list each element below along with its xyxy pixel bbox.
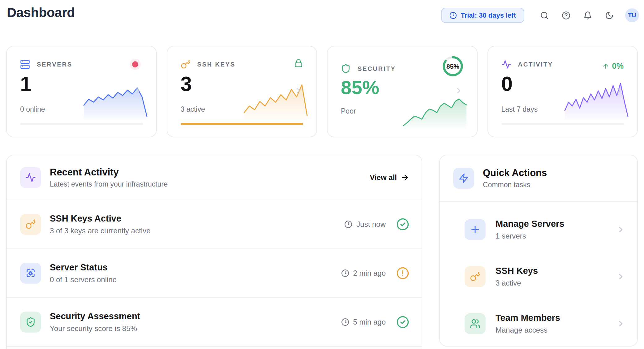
chevron-right-icon	[294, 86, 303, 95]
success-status-icon	[396, 316, 409, 329]
clock-icon	[341, 318, 349, 326]
activity-trend: 0%	[602, 61, 624, 71]
stat-cards-row: SERVERS 1 0 online SSH KEYS 3 3 act	[6, 46, 638, 137]
quick-action-subtitle: Manage access	[496, 326, 560, 334]
quick-actions-panel: Quick Actions Common tasks Manage Server…	[439, 155, 638, 347]
moon-icon	[605, 11, 614, 20]
security-card-label: SECURITY	[358, 65, 396, 72]
row-subtitle: 0 of 1 servers online	[50, 275, 117, 284]
ssh-keys-count: 3	[181, 71, 192, 97]
servers-progress-track	[20, 123, 143, 125]
security-score: 85%	[341, 75, 379, 100]
clock-icon	[449, 12, 457, 19]
ring-value-label: 85%	[446, 63, 459, 70]
trial-badge[interactable]: Trial: 30 days left	[441, 8, 524, 23]
chevron-right-icon	[616, 272, 625, 281]
ssh-keys-subtext: 3 active	[181, 105, 205, 114]
activity-subtext: Last 7 days	[501, 105, 538, 114]
shield-icon	[341, 64, 351, 74]
clock-icon	[341, 269, 349, 277]
success-status-icon	[396, 218, 409, 231]
help-icon	[562, 11, 570, 20]
search-icon	[540, 11, 549, 20]
quick-action-manage-servers[interactable]: Manage Servers 1 servers	[440, 206, 637, 253]
trial-badge-label: Trial: 30 days left	[461, 11, 516, 19]
activity-progress-track	[501, 123, 624, 125]
servers-subtext: 0 online	[20, 105, 45, 114]
quick-actions-header: Quick Actions Common tasks	[440, 155, 637, 202]
row-title: Server Status	[50, 262, 117, 273]
quick-action-ssh-keys[interactable]: SSH Keys 3 active	[440, 253, 637, 300]
clock-icon	[344, 220, 352, 228]
activity-row-server-status[interactable]: Server Status 0 of 1 servers online 2 mi…	[7, 249, 422, 298]
activity-card[interactable]: ACTIVITY 0% 0 Last 7 days	[487, 46, 638, 137]
arrow-up-icon	[602, 62, 609, 70]
row-subtitle: 3 of 3 keys are currently active	[50, 226, 150, 235]
quick-action-subtitle: 3 active	[496, 279, 538, 287]
ssh-keys-card-label: SSH KEYS	[197, 61, 236, 68]
help-button[interactable]	[559, 8, 573, 23]
servers-card[interactable]: SERVERS 1 0 online	[6, 46, 157, 137]
lightning-icon	[453, 168, 474, 189]
activity-row-ssh-keys[interactable]: SSH Keys Active 3 of 3 keys are currentl…	[7, 200, 422, 249]
quick-action-subtitle: 1 servers	[496, 232, 564, 240]
key-icon	[181, 59, 191, 69]
chevron-right-icon	[614, 86, 624, 95]
key-icon	[465, 266, 486, 287]
activity-count: 0	[501, 71, 513, 97]
recent-activity-header: Recent Activity Latest events from your …	[7, 155, 422, 200]
quick-action-team-members[interactable]: Team Members Manage access	[440, 300, 637, 347]
page-title: Dashboard	[7, 5, 75, 20]
recent-activity-panel: Recent Activity Latest events from your …	[6, 155, 422, 349]
ssh-keys-card[interactable]: SSH KEYS 3 3 active	[167, 46, 317, 137]
chevron-right-icon	[616, 319, 625, 328]
quick-actions-list: Manage Servers 1 servers SSH Keys 3 acti…	[440, 202, 637, 347]
dashboard-page: Dashboard Trial: 30 days left TU	[0, 0, 644, 349]
bell-icon	[583, 11, 592, 20]
header-actions: Trial: 30 days left TU	[441, 8, 639, 23]
quick-actions-subtitle: Common tasks	[483, 181, 547, 189]
row-title: SSH Keys Active	[50, 213, 150, 224]
shield-check-icon	[20, 312, 41, 333]
lock-icon	[294, 59, 303, 67]
security-score-ring: 85%	[442, 55, 464, 77]
chevron-right-icon	[454, 86, 463, 95]
activity-row-security-assessment[interactable]: Security Assessment Your security score …	[7, 298, 422, 347]
notifications-button[interactable]	[581, 8, 595, 23]
row-timestamp: Just now	[344, 220, 386, 229]
security-subtext: Poor	[341, 107, 356, 115]
arrow-right-icon	[401, 173, 409, 182]
ssh-keys-progress-track	[181, 123, 303, 125]
security-card[interactable]: SECURITY 85% 85% Poor	[327, 46, 478, 137]
server-icon	[20, 59, 30, 69]
view-all-link[interactable]: View all	[370, 173, 409, 182]
servers-card-label: SERVERS	[37, 61, 72, 68]
plus-icon	[465, 219, 486, 240]
search-button[interactable]	[537, 8, 552, 23]
quick-action-title: SSH Keys	[496, 266, 538, 276]
warning-status-icon	[396, 267, 409, 280]
quick-action-title: Team Members	[496, 313, 560, 323]
activity-pulse-icon	[501, 59, 511, 69]
recent-activity-title: Recent Activity	[50, 167, 168, 178]
row-timestamp: 5 min ago	[341, 318, 386, 326]
chevron-right-icon	[616, 225, 625, 234]
server-gear-icon	[20, 263, 41, 284]
users-icon	[465, 313, 486, 334]
row-title: Security Assessment	[50, 311, 140, 321]
activity-card-label: ACTIVITY	[518, 61, 553, 68]
activity-pulse-icon	[20, 167, 41, 188]
row-subtitle: Your security score is 85%	[50, 324, 140, 333]
servers-count: 1	[20, 71, 32, 97]
activity-trend-value: 0%	[612, 61, 624, 71]
quick-action-title: Manage Servers	[496, 219, 564, 229]
user-avatar[interactable]: TU	[625, 8, 639, 22]
quick-actions-title: Quick Actions	[483, 167, 547, 179]
security-sparkline	[402, 97, 468, 129]
offline-status-dot	[132, 61, 138, 67]
key-icon	[20, 214, 41, 235]
recent-activity-subtitle: Latest events from your infrastructure	[50, 180, 168, 188]
chevron-right-icon	[133, 86, 143, 95]
row-timestamp: 2 min ago	[341, 269, 386, 278]
dark-mode-button[interactable]	[602, 8, 616, 23]
